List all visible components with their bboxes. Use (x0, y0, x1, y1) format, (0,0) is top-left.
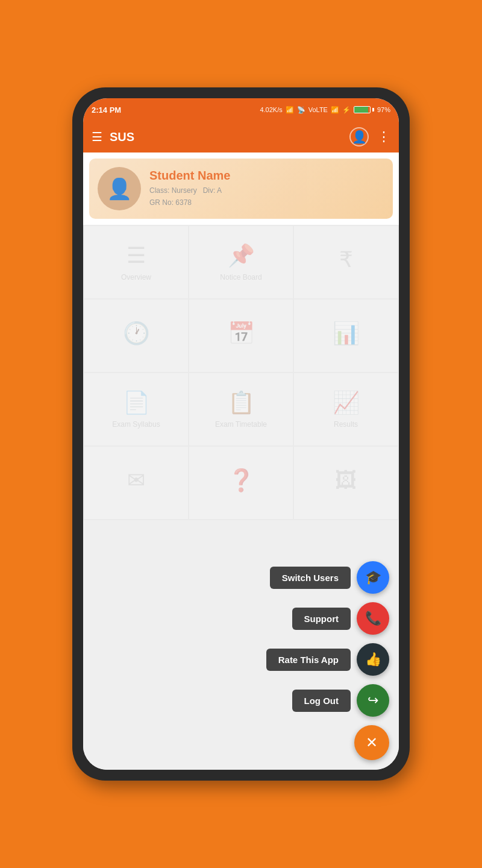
support-button[interactable]: Support (292, 608, 351, 630)
logout-icon: ↪ (368, 693, 378, 708)
wifi-icon: 📶 (286, 106, 294, 114)
phone-device: 2:14 PM 4.02K/s 📶 📡 VoLTE 📶 ⚡ 97% ☰ (72, 87, 410, 781)
close-fab-row: ✕ (354, 725, 389, 760)
student-card: 👤 Student Name Class: Nursery Div: A GR … (89, 159, 393, 219)
menu-icon[interactable]: ☰ (92, 130, 102, 144)
close-icon: ✕ (366, 734, 378, 751)
battery-container (354, 106, 374, 113)
switch-users-button[interactable]: Switch Users (270, 567, 351, 589)
close-fab-button[interactable]: ✕ (354, 725, 389, 760)
student-info: Student Name Class: Nursery Div: A GR No… (149, 169, 384, 208)
bolt-icon: ⚡ (342, 106, 351, 114)
signal2-icon: 📶 (331, 106, 339, 114)
logout-fab[interactable]: ↪ (357, 684, 389, 717)
graduation-icon: 🎓 (365, 570, 381, 585)
status-time: 2:14 PM (92, 105, 121, 115)
main-content: ☰ Overview 📌 Notice Board ₹ 🕐 📅 (83, 225, 399, 770)
rate-app-button[interactable]: Rate This App (266, 649, 351, 671)
logout-row: Log Out ↪ (292, 684, 389, 717)
battery-fill (354, 107, 368, 113)
phone-icon: 📞 (365, 611, 381, 626)
more-options-icon[interactable]: ⋮ (377, 129, 390, 145)
profile-icon-button[interactable]: 👤 (349, 127, 369, 146)
logout-button[interactable]: Log Out (292, 690, 351, 712)
thumbsup-icon: 👍 (365, 652, 381, 667)
status-right: 4.02K/s 📶 📡 VoLTE 📶 ⚡ 97% (260, 106, 390, 114)
student-avatar: 👤 (98, 167, 141, 210)
student-class: Class: Nursery Div: A GR No: 6378 (149, 185, 384, 208)
toolbar-icons: 👤 ⋮ (349, 127, 390, 146)
switch-users-fab[interactable]: 🎓 (357, 561, 389, 594)
support-row: Support 📞 (292, 602, 390, 635)
app-toolbar: ☰ SUS 👤 ⋮ (83, 121, 399, 153)
support-fab[interactable]: 📞 (357, 602, 389, 635)
volte-label: VoLTE (308, 106, 328, 113)
battery-percent: 97% (377, 106, 390, 113)
battery-tip (372, 108, 374, 112)
avatar-icon: 👤 (107, 177, 132, 201)
signal-icon: 📡 (297, 106, 305, 114)
rate-app-row: Rate This App 👍 (266, 643, 389, 676)
status-bar: 2:14 PM 4.02K/s 📶 📡 VoLTE 📶 ⚡ 97% (83, 98, 399, 121)
switch-users-row: Switch Users 🎓 (270, 561, 389, 594)
network-speed: 4.02K/s (260, 106, 282, 113)
phone-screen: 2:14 PM 4.02K/s 📶 📡 VoLTE 📶 ⚡ 97% ☰ (83, 98, 399, 770)
battery-bar (354, 106, 371, 113)
fab-menu: Switch Users 🎓 Support 📞 Rate This App (266, 561, 389, 760)
rate-app-fab[interactable]: 👍 (357, 643, 389, 676)
student-name: Student Name (149, 169, 384, 183)
app-title: SUS (110, 130, 342, 144)
profile-icon: 👤 (352, 130, 367, 144)
